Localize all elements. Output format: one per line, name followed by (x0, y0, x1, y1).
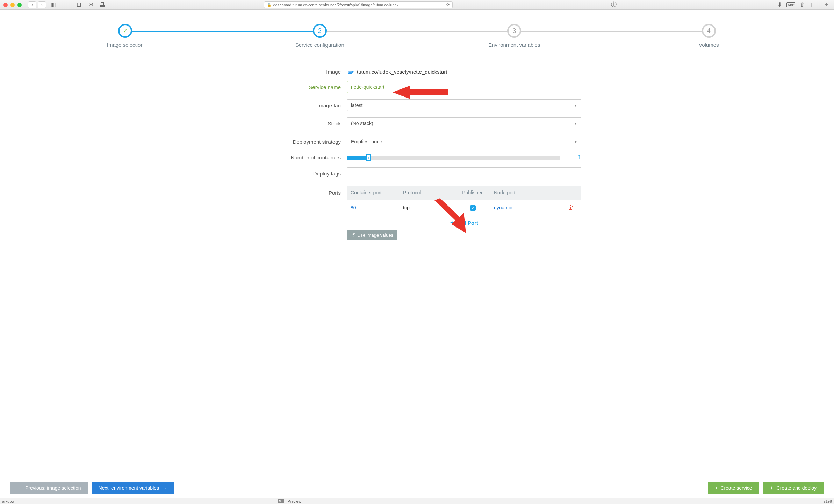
ports-label: Ports (253, 186, 347, 196)
step-label: Environment variables (417, 42, 612, 48)
wizard-steps: ✓ Image selection 2 Service configuratio… (0, 10, 834, 58)
grid-icon[interactable]: ⊞ (74, 1, 83, 8)
deploy-tags-label: Deploy tags (253, 171, 347, 177)
abp-icon[interactable]: ABP (786, 1, 796, 8)
stack-select[interactable]: (No stack) ▼ (347, 117, 581, 129)
step-environment-variables[interactable]: 3 Environment variables (417, 24, 612, 48)
step-label: Image selection (28, 42, 223, 48)
svg-marker-1 (434, 198, 466, 233)
sidebar-toggle-icon[interactable]: ◧ (49, 1, 58, 8)
ports-table-header: Container port Protocol Published Node p… (347, 186, 581, 200)
step-label: Volumes (612, 42, 806, 48)
image-tag-select[interactable]: latest ▼ (347, 99, 581, 111)
num-containers-slider[interactable] (347, 156, 560, 160)
step-image-selection[interactable]: ✓ Image selection (28, 24, 223, 48)
deployment-strategy-label: Deployment strategy (253, 139, 347, 145)
browser-toolbar: ‹ › ◧ ⊞ ✉ 🖶 🔒 dashboard.tutum.co/contain… (0, 0, 834, 10)
url-text: dashboard.tutum.co/container/launch/?fro… (273, 3, 399, 7)
check-icon: ✓ (118, 24, 132, 38)
protocol-value[interactable]: tcp (403, 205, 410, 211)
image-label: Image (253, 69, 347, 75)
col-header: Protocol (403, 190, 459, 195)
slider-handle[interactable] (366, 154, 371, 161)
chevron-down-icon: ▼ (574, 103, 577, 107)
image-tag-label: Image tag (253, 102, 347, 108)
service-name-label: Service name (253, 84, 347, 90)
undo-icon: ↺ (351, 232, 355, 238)
step-number: 4 (702, 24, 716, 38)
step-service-configuration[interactable]: 2 Service configuration (223, 24, 417, 48)
tabs-icon[interactable]: ◫ (809, 1, 818, 8)
col-header: Published (459, 190, 487, 195)
minimize-window-button[interactable] (10, 3, 15, 7)
use-image-values-button[interactable]: ↺ Use image values (347, 230, 397, 240)
info-icon[interactable]: ⓘ (609, 1, 618, 8)
forward-button[interactable]: › (38, 1, 46, 8)
deploy-tags-input[interactable] (347, 167, 581, 179)
window-controls (3, 3, 22, 7)
svg-marker-0 (393, 86, 448, 99)
image-value: tutum.co/ludek_vesely/nette_quickstart (347, 69, 581, 75)
annotation-arrow (393, 83, 448, 102)
chevron-down-icon: ▼ (574, 140, 577, 144)
num-containers-value: 1 (567, 154, 581, 161)
service-name-input[interactable] (347, 81, 581, 93)
docker-icon (347, 70, 354, 74)
lock-icon: 🔒 (267, 3, 271, 7)
share-icon[interactable]: ⇧ (798, 1, 807, 8)
trash-icon[interactable]: 🗑 (568, 204, 574, 210)
mail-icon[interactable]: ✉ (86, 1, 95, 8)
maximize-window-button[interactable] (17, 3, 22, 7)
col-header: Container port (351, 190, 403, 195)
step-number: 2 (313, 24, 327, 38)
step-volumes[interactable]: 4 Volumes (612, 24, 806, 48)
close-window-button[interactable] (3, 3, 8, 7)
num-containers-label: Number of containers (253, 154, 347, 160)
new-tab-button[interactable]: + (822, 0, 831, 10)
chevron-down-icon: ▼ (574, 122, 577, 125)
col-header: Node port (487, 190, 564, 195)
container-port-value[interactable]: 80 (351, 205, 356, 211)
reload-icon[interactable]: ⟳ (446, 2, 450, 7)
print-icon[interactable]: 🖶 (98, 1, 107, 8)
stack-label: Stack (253, 121, 347, 127)
address-bar[interactable]: 🔒 dashboard.tutum.co/container/launch/?f… (264, 1, 453, 8)
deployment-strategy-select[interactable]: Emptiest node ▼ (347, 136, 581, 147)
step-number: 3 (507, 24, 521, 38)
step-label: Service configuration (223, 42, 417, 48)
back-button[interactable]: ‹ (28, 1, 36, 8)
download-icon[interactable]: ⬇ (775, 1, 784, 8)
annotation-arrow (434, 198, 473, 233)
node-port-value[interactable]: dynamic (494, 205, 512, 211)
